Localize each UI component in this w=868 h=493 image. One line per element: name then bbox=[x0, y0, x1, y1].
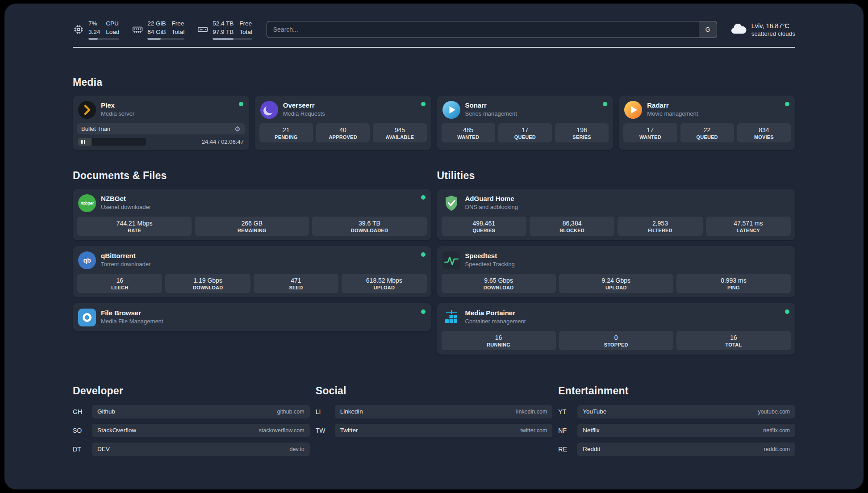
bookmark-abbr: YT bbox=[558, 408, 572, 415]
nzbget-card[interactable]: nzbget NZBGet Usenet downloader 744.21 M… bbox=[73, 189, 431, 240]
now-playing-title: Bullet Train bbox=[81, 125, 110, 132]
bookmark-abbr: SO bbox=[73, 427, 86, 434]
stat-pending: 21 PENDING bbox=[259, 123, 313, 142]
overseerr-card[interactable]: Overseerr Media Requests 21 PENDING 40 A… bbox=[255, 96, 431, 150]
disk-total: 97.9 TB bbox=[213, 28, 234, 36]
app-subtitle: DNS and adblocking bbox=[465, 203, 518, 211]
cpu-chip-icon bbox=[73, 24, 84, 35]
filebrowser-card[interactable]: File Browser Media File Management bbox=[73, 303, 431, 331]
memory-widget: 22 GiB 64 GiB Free Total bbox=[132, 20, 184, 40]
portainer-card[interactable]: Media Portainer Container management 16 … bbox=[437, 303, 796, 355]
memory-free: 22 GiB bbox=[147, 20, 166, 28]
memory-label-2: Total bbox=[172, 28, 185, 36]
developer-bookmarks: Developer GH Github github.com SO StackO… bbox=[73, 385, 310, 456]
bookmark-linkedin[interactable]: LI LinkedIn linkedin.com bbox=[316, 405, 553, 418]
portainer-crane-icon bbox=[442, 309, 460, 326]
app-name: Plex bbox=[101, 101, 134, 110]
stat-latency: 47.571 ms LATENCY bbox=[706, 217, 791, 236]
search-bar: G bbox=[267, 21, 717, 38]
sonarr-card[interactable]: Sonarr Series management 485 WANTED 17 Q… bbox=[437, 96, 613, 150]
stat-blocked: 86,384 BLOCKED bbox=[530, 217, 614, 236]
cpu-label: CPU bbox=[106, 20, 119, 28]
filebrowser-status-dot bbox=[421, 309, 426, 314]
pause-icon bbox=[84, 140, 85, 144]
entertainment-bookmarks: Entertainment YT YouTube youtube.com NF … bbox=[558, 385, 795, 456]
media-section-title: Media bbox=[73, 76, 795, 88]
radarr-status-dot bbox=[785, 102, 789, 106]
bookmark-youtube[interactable]: YT YouTube youtube.com bbox=[558, 405, 795, 418]
speedtest-card[interactable]: Speedtest Speedtest Tracking 9.65 Gbps D… bbox=[437, 246, 796, 297]
stat-seed: 471 SEED bbox=[254, 274, 338, 293]
bookmark-name: Netflix bbox=[583, 427, 600, 434]
topbar-divider bbox=[73, 47, 795, 48]
filebrowser-icon bbox=[78, 309, 96, 326]
cloud-icon bbox=[730, 22, 747, 37]
stat-movies: 834 MOVIES bbox=[737, 123, 791, 142]
app-subtitle: Container management bbox=[465, 318, 526, 326]
search-input[interactable] bbox=[267, 21, 699, 38]
stat-remaining: 266 GB REMAINING bbox=[195, 217, 309, 236]
social-bookmarks: Social LI LinkedIn linkedin.com TW Twitt… bbox=[316, 385, 553, 437]
app-subtitle: Media File Management bbox=[101, 318, 163, 326]
app-subtitle: Speedtest Tracking bbox=[465, 260, 515, 268]
portainer-status-dot bbox=[785, 309, 789, 314]
app-subtitle: Movie management bbox=[647, 110, 698, 118]
playback-time: 24:44 / 02:06:47 bbox=[202, 138, 244, 145]
app-name: AdGuard Home bbox=[465, 195, 518, 203]
gear-icon[interactable]: ⚙ bbox=[234, 125, 240, 132]
stat-wanted: 485 WANTED bbox=[442, 123, 495, 142]
app-subtitle: Usenet downloader bbox=[101, 203, 151, 211]
app-name: Overseerr bbox=[283, 101, 325, 110]
bookmark-name: StackOverflow bbox=[97, 427, 136, 434]
bookmark-reddit[interactable]: RE Reddit reddit.com bbox=[558, 443, 795, 456]
bookmark-name: DEV bbox=[97, 446, 110, 452]
stat-ping: 0.993 ms PING bbox=[676, 274, 791, 293]
memory-total: 64 GiB bbox=[147, 28, 166, 36]
plex-status-dot bbox=[239, 102, 243, 106]
nzbget-icon: nzbget bbox=[78, 194, 96, 212]
bookmark-abbr: NF bbox=[558, 427, 572, 434]
documents-section: Documents & Files nzbget NZBGet Usenet d… bbox=[73, 170, 431, 331]
stat-stopped: 0 STOPPED bbox=[559, 331, 673, 350]
pause-icon bbox=[81, 140, 83, 144]
social-section-title: Social bbox=[316, 385, 553, 397]
nzbget-status-dot bbox=[421, 195, 426, 200]
bookmark-stackoverflow[interactable]: SO StackOverflow stackoverflow.com bbox=[73, 424, 310, 437]
cpu-percent: 7% bbox=[88, 20, 100, 28]
qbittorrent-card[interactable]: qb qBittorrent Torrent downloader 16 LEE… bbox=[73, 246, 431, 297]
cpu-label-2: Load bbox=[106, 28, 119, 36]
bookmark-domain: github.com bbox=[277, 409, 305, 415]
stat-series: 196 SERIES bbox=[555, 123, 609, 142]
hard-drive-icon bbox=[197, 24, 209, 35]
plex-card[interactable]: Plex Media server Bullet Train ⚙ bbox=[73, 96, 249, 150]
bookmark-dev[interactable]: DT DEV dev.to bbox=[73, 443, 310, 456]
stat-rate: 744.21 Mbps RATE bbox=[77, 217, 192, 236]
stat-filtered: 2,953 FILTERED bbox=[618, 217, 702, 236]
stat-queries: 498,461 QUERIES bbox=[442, 217, 526, 236]
sonarr-status-dot bbox=[603, 102, 607, 106]
memory-usage-bar bbox=[147, 38, 184, 40]
bookmark-twitter[interactable]: TW Twitter twitter.com bbox=[316, 424, 553, 437]
bookmark-domain: youtube.com bbox=[758, 409, 790, 415]
bookmark-netflix[interactable]: NF Netflix netflix.com bbox=[558, 424, 795, 437]
media-section: Media Plex Media server bbox=[73, 76, 795, 150]
ram-icon bbox=[132, 24, 143, 35]
radarr-card[interactable]: Radarr Movie management 17 WANTED 22 QUE… bbox=[619, 96, 795, 150]
bookmark-domain: reddit.com bbox=[764, 446, 790, 452]
bookmark-domain: dev.to bbox=[290, 446, 305, 452]
playback-progress-bar[interactable] bbox=[78, 138, 146, 146]
adguard-card[interactable]: AdGuard Home DNS and adblocking 498,461 … bbox=[437, 189, 796, 240]
dashboard: 7% 3.24 CPU Load bbox=[4, 4, 864, 489]
bookmark-abbr: DT bbox=[73, 446, 86, 453]
app-name: qBittorrent bbox=[101, 252, 150, 260]
stat-queued: 22 QUEUED bbox=[680, 123, 734, 142]
search-provider-button[interactable]: G bbox=[699, 21, 717, 38]
bookmark-github[interactable]: GH Github github.com bbox=[73, 405, 310, 418]
disk-usage-fill bbox=[213, 38, 234, 40]
adguard-shield-icon bbox=[442, 194, 460, 212]
bookmark-domain: netflix.com bbox=[763, 427, 790, 434]
bookmark-domain: stackoverflow.com bbox=[259, 427, 305, 434]
radarr-icon bbox=[624, 101, 642, 119]
plex-icon bbox=[78, 101, 96, 119]
stat-download: 9.65 Gbps DOWNLOAD bbox=[442, 274, 556, 293]
